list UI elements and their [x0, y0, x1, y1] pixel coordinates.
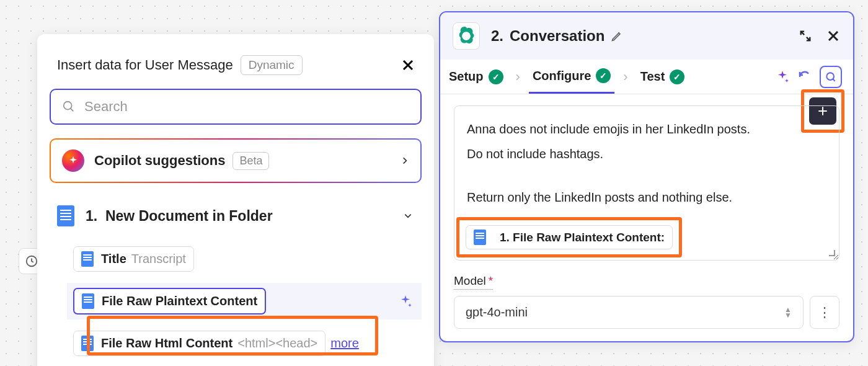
close-icon	[826, 29, 841, 43]
svg-point-2	[826, 73, 834, 80]
conversation-step-panel: 2. Conversation Setup ✓ › Configure ✓ › …	[439, 11, 854, 342]
insert-header: Insert data for User Message Dynamic	[50, 55, 422, 75]
tab-label: Setup	[449, 69, 484, 84]
clock-icon	[25, 254, 38, 268]
doc-field-value: Transcript	[131, 252, 186, 266]
check-icon: ✓	[489, 69, 503, 84]
document-icon	[474, 230, 486, 245]
svg-point-1	[64, 102, 72, 110]
step-tabs: Setup ✓ › Configure ✓ › Test ✓	[440, 60, 853, 94]
document-source-title: 1. New Document in Folder	[86, 208, 273, 225]
prompt-line: Return only the LinkedIn posts and nothi…	[467, 185, 826, 209]
refresh-button[interactable]	[797, 69, 812, 84]
close-panel-button[interactable]	[826, 29, 841, 43]
tab-setup[interactable]: Setup ✓	[445, 61, 507, 93]
model-section: Model* gpt-4o-mini ▲▼ ⋮	[454, 261, 839, 329]
step-title: Conversation	[510, 27, 604, 45]
inserted-field-pill[interactable]: 1. File Raw Plaintext Content:	[466, 225, 673, 249]
required-asterisk: *	[489, 274, 493, 287]
model-value: gpt-4o-mini	[466, 305, 528, 319]
inspect-button[interactable]	[820, 66, 842, 88]
document-source-header[interactable]: 1. New Document in Folder	[50, 199, 422, 233]
tab-label: Test	[640, 69, 665, 84]
expand-button[interactable]	[799, 29, 812, 43]
model-select[interactable]: gpt-4o-mini ▲▼	[454, 296, 804, 329]
doc-field-label: File Raw Plaintext Content	[102, 294, 257, 308]
tab-label: Configure	[533, 69, 591, 83]
check-icon: ✓	[670, 69, 684, 84]
copilot-icon	[62, 150, 84, 172]
select-caret-icon: ▲▼	[784, 307, 792, 318]
insert-title-text: Insert data for User Message	[57, 57, 233, 73]
document-icon	[82, 293, 94, 309]
model-options-button[interactable]: ⋮	[810, 296, 839, 329]
sparkle-icon[interactable]	[396, 292, 415, 311]
insert-data-panel: Insert data for User Message Dynamic Cop…	[37, 34, 434, 366]
copilot-suggestions-row[interactable]: Copilot suggestions Beta	[50, 138, 422, 183]
check-icon: ✓	[596, 68, 611, 83]
openai-app-icon	[453, 22, 480, 50]
chevron-right-icon: ›	[507, 69, 529, 85]
doc-field-label: File Raw Html Content	[101, 336, 232, 350]
search-box[interactable]	[50, 89, 422, 125]
expand-icon	[799, 29, 812, 43]
dynamic-badge[interactable]: Dynamic	[241, 55, 303, 75]
chevron-right-icon: ›	[614, 69, 636, 85]
resize-handle[interactable]	[828, 249, 836, 257]
beta-badge: Beta	[232, 152, 269, 170]
step-number: 2.	[491, 27, 503, 45]
chevron-down-icon	[402, 212, 414, 220]
document-items-list: Title Transcript File Raw Plaintext Cont…	[50, 241, 422, 361]
tab-configure[interactable]: Configure ✓	[529, 60, 614, 94]
tutorial-highlight: 1. File Raw Plaintext Content:	[456, 217, 682, 257]
model-label: Model*	[454, 274, 493, 290]
doc-field-raw-html[interactable]: File Raw Html Content <html><head> more	[67, 326, 422, 361]
search-input[interactable]	[84, 99, 409, 115]
doc-field-value: <html><head>	[237, 336, 317, 350]
close-icon	[401, 58, 415, 73]
close-button[interactable]	[394, 58, 422, 73]
insert-title-row: Insert data for User Message Dynamic	[57, 55, 303, 75]
document-icon	[81, 336, 94, 351]
document-icon	[57, 205, 74, 226]
more-link[interactable]: more	[330, 336, 359, 350]
edit-title-button[interactable]	[611, 30, 623, 42]
pill-label: 1. File Raw Plaintext Content:	[500, 231, 665, 244]
doc-field-raw-plaintext[interactable]: File Raw Plaintext Content	[67, 283, 422, 319]
doc-field-label: Title	[101, 252, 126, 266]
step-header: 2. Conversation	[440, 12, 853, 60]
prompt-line: Do not include hashtags.	[467, 142, 826, 166]
doc-field-title[interactable]: Title Transcript	[67, 241, 422, 277]
tab-test[interactable]: Test ✓	[637, 61, 689, 93]
document-icon	[81, 251, 94, 267]
configure-content: Anna does not include emojis in her Link…	[440, 94, 853, 341]
prompt-line: Anna does not include emojis in her Link…	[467, 117, 826, 141]
chevron-right-icon	[401, 154, 409, 167]
search-icon	[62, 100, 76, 114]
copilot-label: Copilot suggestions	[94, 153, 225, 169]
ai-sparkle-button[interactable]	[775, 69, 790, 84]
